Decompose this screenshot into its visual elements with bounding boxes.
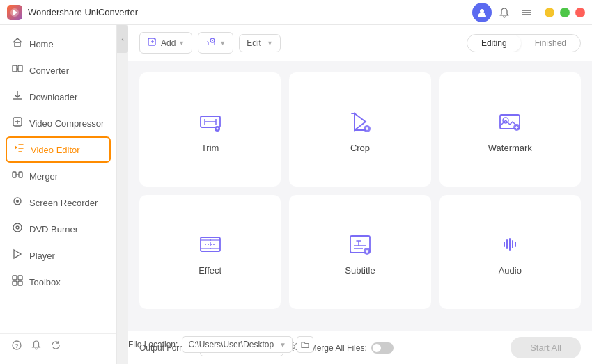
add-files-button[interactable]: Add ▼ (139, 32, 192, 54)
sidebar-label-video-compressor: Video Compressor (29, 118, 104, 129)
add-secondary-arrow: ▼ (219, 40, 226, 47)
file-location-value: C:\Users\User\Desktop (188, 340, 274, 349)
sidebar-item-merger[interactable]: Merger (0, 163, 116, 189)
edit-mode-select[interactable]: Edit ▼ (239, 34, 281, 52)
editor-area: Trim Crop (128, 61, 592, 331)
sidebar-label-video-editor: Video Editor (31, 145, 80, 155)
svg-marker-17 (14, 250, 21, 258)
toolbox-icon (11, 275, 24, 289)
feature-watermark[interactable]: Watermark (439, 72, 581, 187)
maximize-button[interactable]: □ (560, 8, 570, 17)
feature-grid: Trim Crop (139, 72, 581, 309)
file-location-arrow: ▼ (279, 341, 286, 349)
crop-label: Crop (350, 143, 370, 153)
start-all-button[interactable]: Start All (511, 337, 581, 358)
audio-icon (494, 229, 525, 260)
feature-subtitle[interactable]: Subtitle (289, 195, 430, 309)
add-icon (147, 36, 158, 49)
sidebar-item-video-compressor[interactable]: Video Compressor (0, 110, 116, 136)
svg-rect-18 (13, 276, 17, 280)
sidebar-item-player[interactable]: Player (0, 242, 116, 269)
notification-icon[interactable] (494, 3, 514, 22)
video-editor-icon (13, 143, 25, 157)
downloader-icon (11, 90, 24, 104)
bottom-bar: Output Format: MP4 Video ▼ Merge All Fil… (128, 331, 592, 364)
edit-dropdown-arrow: ▼ (267, 40, 273, 47)
merge-files-label: Merge All Files: (310, 343, 367, 353)
dvd-icon (11, 222, 24, 236)
collapse-sidebar-button[interactable]: ‹ (117, 25, 128, 53)
sidebar-item-toolbox[interactable]: Toolbox (0, 269, 116, 295)
sidebar: Home Converter Downloader (0, 25, 117, 364)
sidebar-label-converter: Converter (29, 65, 69, 76)
svg-text:?: ? (15, 342, 18, 349)
sidebar-bottom: ? (0, 333, 116, 358)
file-location-field: File Location: C:\Users\User\Desktop ▼ (128, 336, 313, 353)
app-logo (7, 5, 22, 20)
add-dropdown-arrow: ▼ (178, 40, 185, 47)
svg-rect-6 (15, 42, 20, 47)
svg-point-14 (16, 200, 19, 203)
user-avatar[interactable] (472, 3, 492, 22)
window-controls: − □ ✕ (545, 8, 585, 17)
merge-files-field: Merge All Files: (310, 342, 394, 354)
titlebar-controls: − □ ✕ (472, 3, 585, 22)
svg-rect-8 (18, 65, 22, 72)
feature-crop[interactable]: Crop (289, 72, 430, 187)
tab-editing[interactable]: Editing (467, 35, 521, 52)
player-icon (11, 248, 24, 262)
sidebar-label-downloader: Downloader (29, 92, 77, 102)
sidebar-label-toolbox: Toolbox (29, 277, 61, 287)
sidebar-item-screen-recorder[interactable]: Screen Recorder (0, 189, 116, 216)
watermark-icon (494, 106, 525, 137)
compressor-icon (11, 116, 24, 130)
sidebar-item-home[interactable]: Home (0, 31, 116, 57)
merge-toggle[interactable] (371, 342, 394, 354)
bell-icon[interactable] (31, 340, 42, 353)
sidebar-item-dvd-burner[interactable]: DVD Burner (0, 216, 116, 242)
svg-rect-21 (18, 281, 22, 285)
effect-label: Effect (198, 265, 221, 276)
edit-label: Edit (247, 38, 261, 48)
svg-point-16 (16, 226, 19, 229)
minimize-button[interactable]: − (545, 8, 554, 17)
home-icon (11, 37, 24, 51)
titlebar: Wondershare UniConverter − □ ✕ (0, 0, 592, 25)
crop-icon (345, 106, 375, 137)
file-location-label: File Location: (128, 340, 178, 349)
main-content: Add ▼ ▼ Edit ▼ Editing (128, 25, 592, 364)
sidebar-item-downloader[interactable]: Downloader (0, 84, 116, 110)
feature-trim[interactable]: Trim (139, 72, 281, 187)
svg-rect-12 (19, 172, 22, 177)
tab-finished[interactable]: Finished (521, 35, 580, 52)
watermark-label: Watermark (488, 143, 532, 153)
feature-audio[interactable]: Audio (439, 195, 581, 309)
svg-rect-11 (13, 172, 16, 177)
sidebar-label-merger: Merger (29, 171, 58, 182)
subtitle-icon (345, 229, 375, 260)
browse-folder-button[interactable] (297, 336, 313, 353)
svg-rect-7 (13, 65, 17, 72)
app-body: Home Converter Downloader (0, 25, 592, 364)
subtitle-label: Subtitle (345, 265, 375, 276)
refresh-icon[interactable] (50, 340, 61, 353)
add-secondary-icon (205, 36, 217, 49)
trim-icon (195, 106, 226, 137)
sidebar-item-video-editor[interactable]: Video Editor (6, 136, 111, 163)
svg-rect-19 (18, 276, 22, 280)
sidebar-label-home: Home (29, 39, 54, 49)
close-button[interactable]: ✕ (575, 8, 585, 17)
trim-label: Trim (201, 143, 219, 153)
feature-effect[interactable]: Effect (139, 195, 281, 309)
merger-icon (11, 169, 24, 183)
add-files-secondary-button[interactable]: ▼ (198, 32, 233, 54)
sidebar-label-dvd-burner: DVD Burner (29, 224, 78, 235)
toolbar: Add ▼ ▼ Edit ▼ Editing (128, 25, 592, 61)
help-icon[interactable]: ? (11, 340, 22, 353)
file-location-select[interactable]: C:\Users\User\Desktop ▼ (182, 336, 293, 353)
svg-rect-20 (13, 281, 17, 285)
menu-icon[interactable] (517, 3, 536, 22)
app-title: Wondershare UniConverter (28, 7, 472, 17)
effect-icon (195, 229, 226, 260)
sidebar-item-converter[interactable]: Converter (0, 57, 116, 84)
